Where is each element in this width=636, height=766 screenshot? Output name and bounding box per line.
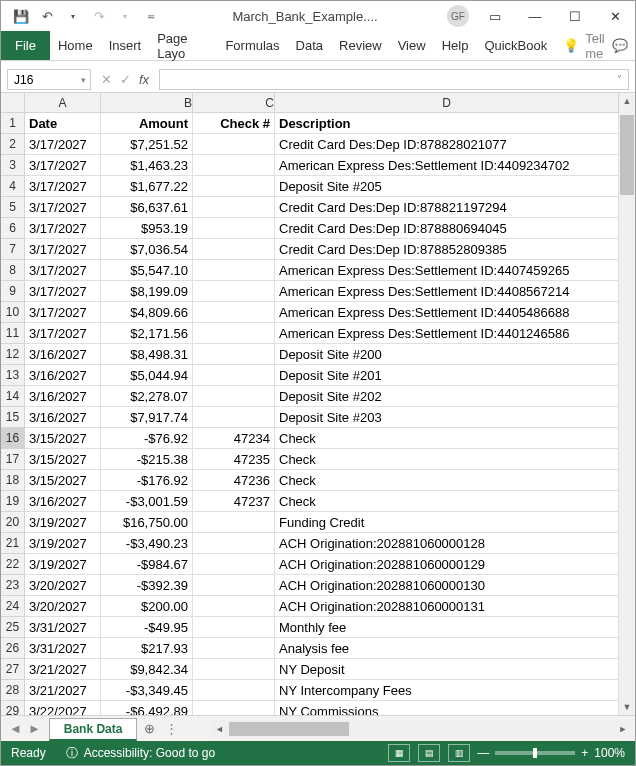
horizontal-scrollbar[interactable]: ◄ ►	[211, 720, 631, 737]
cell[interactable]: $9,842.34	[101, 659, 193, 679]
table-row[interactable]: 3/17/2027$5,547.10American Express Des:S…	[25, 260, 619, 281]
hscroll-thumb[interactable]	[229, 722, 349, 736]
cell[interactable]: $2,278.07	[101, 386, 193, 406]
scroll-right-icon[interactable]: ►	[615, 724, 631, 734]
cell[interactable]: Deposit Site #200	[275, 344, 619, 364]
cell[interactable]: ACH Origination:202881060000129	[275, 554, 619, 574]
enter-formula-icon[interactable]: ✓	[120, 72, 131, 87]
cell[interactable]: 3/17/2027	[25, 218, 101, 238]
cell[interactable]: Check	[275, 470, 619, 490]
cell[interactable]: 47237	[193, 491, 275, 511]
cells-area[interactable]: DateAmountCheck #Description3/17/2027$7,…	[25, 113, 619, 715]
cell[interactable]: American Express Des:Settlement ID:44054…	[275, 302, 619, 322]
cell[interactable]: American Express Des:Settlement ID:44085…	[275, 281, 619, 301]
row-header[interactable]: 14	[1, 386, 24, 407]
vscroll-thumb[interactable]	[620, 115, 634, 195]
row-header[interactable]: 21	[1, 533, 24, 554]
row-header[interactable]: 5	[1, 197, 24, 218]
tab-insert[interactable]: Insert	[101, 31, 150, 60]
cell[interactable]	[193, 365, 275, 385]
cell[interactable]	[193, 638, 275, 658]
cell[interactable]: NY Deposit	[275, 659, 619, 679]
save-icon[interactable]: 💾	[9, 4, 33, 28]
cell[interactable]: $5,044.94	[101, 365, 193, 385]
cell[interactable]: 3/20/2027	[25, 596, 101, 616]
cell[interactable]: Check	[275, 449, 619, 469]
cell[interactable]: -$3,001.59	[101, 491, 193, 511]
cancel-formula-icon[interactable]: ✕	[101, 72, 112, 87]
cell[interactable]: Analysis fee	[275, 638, 619, 658]
cell[interactable]: Credit Card Des:Dep ID:878852809385	[275, 239, 619, 259]
cell[interactable]: 3/22/2027	[25, 701, 101, 715]
cell[interactable]	[193, 680, 275, 700]
sheet-prev-icon[interactable]: ◄	[9, 721, 22, 736]
cell[interactable]: $953.19	[101, 218, 193, 238]
cell[interactable]: 3/17/2027	[25, 176, 101, 196]
table-row[interactable]: 3/17/2027$7,036.54Credit Card Des:Dep ID…	[25, 239, 619, 260]
minimize-button[interactable]: —	[515, 1, 555, 31]
row-header[interactable]: 15	[1, 407, 24, 428]
cell[interactable]	[193, 218, 275, 238]
cell[interactable]	[193, 386, 275, 406]
table-row[interactable]: 3/21/2027-$3,349.45NY Intercompany Fees	[25, 680, 619, 701]
undo-dropdown-icon[interactable]: ▾	[61, 4, 85, 28]
scroll-down-icon[interactable]: ▼	[619, 699, 635, 715]
cell[interactable]: Description	[275, 113, 619, 133]
cell[interactable]: $2,171.56	[101, 323, 193, 343]
cell[interactable]: -$6,492.89	[101, 701, 193, 715]
row-header[interactable]: 24	[1, 596, 24, 617]
cell[interactable]	[193, 302, 275, 322]
cell[interactable]: 3/17/2027	[25, 239, 101, 259]
cell[interactable]	[193, 134, 275, 154]
ribbon-display-icon[interactable]: ▭	[475, 1, 515, 31]
cell[interactable]	[193, 659, 275, 679]
table-row[interactable]: 3/17/2027$7,251.52Credit Card Des:Dep ID…	[25, 134, 619, 155]
cell[interactable]	[193, 512, 275, 532]
tab-help[interactable]: Help	[434, 31, 477, 60]
row-header[interactable]: 6	[1, 218, 24, 239]
page-break-view-icon[interactable]: ▥	[448, 744, 470, 762]
cell[interactable]: 3/16/2027	[25, 365, 101, 385]
cell[interactable]: 3/20/2027	[25, 575, 101, 595]
cell[interactable]: -$392.39	[101, 575, 193, 595]
cell[interactable]: $7,036.54	[101, 239, 193, 259]
row-header[interactable]: 27	[1, 659, 24, 680]
cell[interactable]	[193, 197, 275, 217]
table-row[interactable]: DateAmountCheck #Description	[25, 113, 619, 134]
row-header[interactable]: 1	[1, 113, 24, 134]
cell[interactable]: 3/19/2027	[25, 554, 101, 574]
table-row[interactable]: 3/15/2027-$76.9247234Check	[25, 428, 619, 449]
zoom-in-button[interactable]: +	[581, 746, 588, 760]
row-header[interactable]: 19	[1, 491, 24, 512]
cell[interactable]: $8,199.09	[101, 281, 193, 301]
table-row[interactable]: 3/20/2027$200.00ACH Origination:20288106…	[25, 596, 619, 617]
cell[interactable]: 3/17/2027	[25, 302, 101, 322]
row-header[interactable]: 23	[1, 575, 24, 596]
zoom-level[interactable]: 100%	[594, 746, 625, 760]
row-header[interactable]: 4	[1, 176, 24, 197]
name-box[interactable]: J16	[7, 69, 91, 90]
cell[interactable]	[193, 554, 275, 574]
cell[interactable]	[193, 176, 275, 196]
cell[interactable]	[193, 155, 275, 175]
tab-formulas[interactable]: Formulas	[217, 31, 287, 60]
customize-qat-icon[interactable]: ≂	[139, 4, 163, 28]
cell[interactable]: 3/17/2027	[25, 155, 101, 175]
table-row[interactable]: 3/17/2027$953.19Credit Card Des:Dep ID:8…	[25, 218, 619, 239]
sheet-tab-scroll-icon[interactable]: ⋮	[161, 716, 181, 741]
tab-data[interactable]: Data	[288, 31, 331, 60]
table-row[interactable]: 3/16/2027$5,044.94Deposit Site #201	[25, 365, 619, 386]
cell[interactable]: 3/17/2027	[25, 260, 101, 280]
table-row[interactable]: 3/19/2027-$984.67ACH Origination:2028810…	[25, 554, 619, 575]
cell[interactable]	[193, 533, 275, 553]
cell[interactable]: $7,251.52	[101, 134, 193, 154]
row-header[interactable]: 7	[1, 239, 24, 260]
table-row[interactable]: 3/19/2027-$3,490.23ACH Origination:20288…	[25, 533, 619, 554]
cell[interactable]: Amount	[101, 113, 193, 133]
cell[interactable]	[193, 617, 275, 637]
cell[interactable]: Monthly fee	[275, 617, 619, 637]
table-row[interactable]: 3/16/2027$7,917.74Deposit Site #203	[25, 407, 619, 428]
cell[interactable]: Deposit Site #201	[275, 365, 619, 385]
cell[interactable]: $217.93	[101, 638, 193, 658]
close-button[interactable]: ✕	[595, 1, 635, 31]
